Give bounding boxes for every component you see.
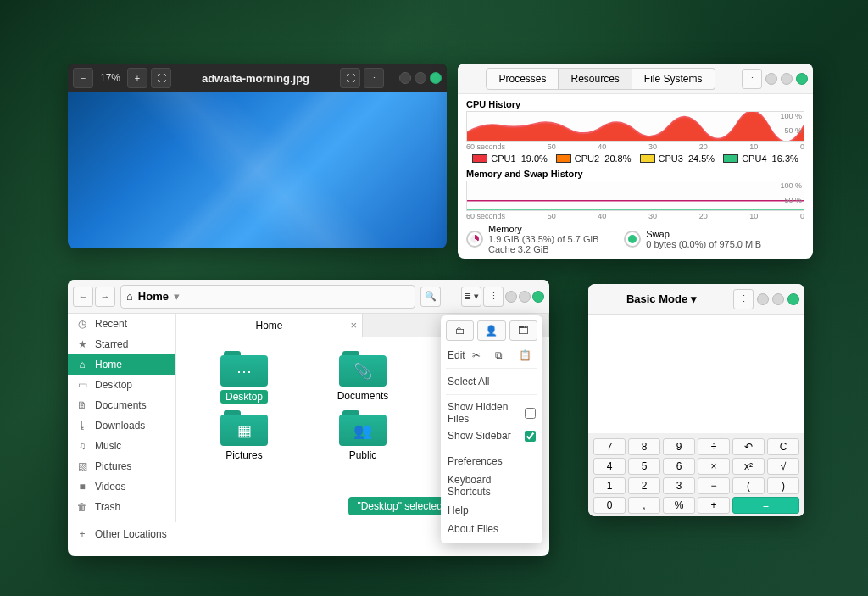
- key-3[interactable]: 3: [663, 477, 695, 494]
- key-x²[interactable]: x²: [732, 458, 765, 475]
- tab-filesystems[interactable]: File Systems: [632, 68, 715, 90]
- key-−[interactable]: −: [698, 477, 730, 494]
- key-C[interactable]: C: [767, 438, 799, 455]
- files-titlebar: ← → ⌂ Home ▾ 🔍 ≣ ▾ ⋮: [68, 280, 549, 314]
- close-button[interactable]: [532, 291, 544, 303]
- cpu-ticks: 60 seconds50403020100: [466, 142, 804, 151]
- image-viewer-window: − 17% + ⛶ adwaita-morning.jpg ⛶ ⋮: [68, 64, 447, 248]
- maximize-button[interactable]: [415, 72, 426, 84]
- menu-show-sidebar[interactable]: Show Sidebar: [446, 427, 537, 444]
- tab-resources[interactable]: Resources: [559, 68, 632, 90]
- sidebar-item-home[interactable]: ⌂Home: [68, 354, 175, 375]
- sidebar-icon: ■: [76, 481, 88, 493]
- menu-help[interactable]: Help: [446, 501, 537, 520]
- zoom-in-button[interactable]: +: [127, 68, 147, 88]
- memory-value: 1.9 GiB (33.5%) of 5.7 GiB: [488, 234, 598, 244]
- folder-pictures[interactable]: ▦Pictures: [193, 410, 295, 461]
- maximize-button[interactable]: [772, 293, 784, 305]
- key-8[interactable]: 8: [628, 438, 660, 455]
- zoom-out-button[interactable]: −: [73, 68, 93, 88]
- sidebar-item-other-locations[interactable]: +Other Locations: [68, 521, 175, 544]
- menu-button[interactable]: ⋮: [733, 289, 754, 309]
- menu-button[interactable]: ⋮: [483, 287, 504, 307]
- key-↶[interactable]: ↶: [732, 438, 765, 455]
- key-,[interactable]: ,: [628, 497, 660, 514]
- minimize-button[interactable]: [399, 72, 411, 84]
- sidebar-icon: ▭: [76, 379, 88, 391]
- key-÷[interactable]: ÷: [698, 438, 730, 455]
- sidebar-item-recent[interactable]: ◷Recent: [68, 314, 175, 334]
- maximize-button[interactable]: [781, 73, 793, 85]
- swap-label: Swap: [646, 229, 761, 239]
- close-tab-icon[interactable]: ×: [350, 319, 357, 331]
- new-folder-button[interactable]: 🗀: [446, 320, 474, 341]
- sidebar-item-desktop[interactable]: ▭Desktop: [68, 375, 175, 395]
- close-button[interactable]: [796, 73, 808, 85]
- sidebar-icon: +: [76, 528, 88, 540]
- close-button[interactable]: [787, 293, 799, 305]
- minimize-button[interactable]: [757, 293, 769, 305]
- sidebar-item-starred[interactable]: ★Starred: [68, 334, 175, 354]
- forward-button[interactable]: →: [95, 287, 115, 307]
- key-7[interactable]: 7: [593, 438, 626, 455]
- sidebar-item-trash[interactable]: 🗑Trash: [68, 497, 175, 517]
- calc-mode-button[interactable]: Basic Mode▾: [593, 292, 730, 305]
- menu-show-hidden[interactable]: Show Hidden Files: [446, 398, 537, 427]
- key-×[interactable]: ×: [698, 458, 730, 475]
- sysmon-tabs: Processes Resources File Systems: [463, 68, 738, 90]
- sidebar-item-documents[interactable]: 🗎Documents: [68, 395, 175, 415]
- sidebar-label: Other Locations: [95, 528, 167, 540]
- maximize-button[interactable]: [519, 291, 531, 303]
- key-%[interactable]: %: [663, 497, 695, 514]
- sidebar-item-downloads[interactable]: ⭳Downloads: [68, 415, 175, 436]
- menu-about[interactable]: About Files: [446, 520, 537, 538]
- menu-shortcuts[interactable]: Keyboard Shortcuts: [446, 471, 537, 501]
- cut-button[interactable]: ✂: [472, 349, 491, 361]
- folder-public[interactable]: 👥Public: [312, 410, 414, 461]
- sidebar-item-pictures[interactable]: ▧Pictures: [68, 456, 175, 476]
- key-1[interactable]: 1: [593, 477, 626, 494]
- sidebar-item-videos[interactable]: ■Videos: [68, 476, 175, 497]
- fullscreen-button[interactable]: ⛶: [340, 68, 360, 88]
- minimize-button[interactable]: [765, 73, 777, 85]
- menu-preferences[interactable]: Preferences: [446, 452, 537, 471]
- menu-select-all[interactable]: Select All: [446, 372, 537, 391]
- calc-display[interactable]: [588, 315, 804, 433]
- key-2[interactable]: 2: [628, 477, 660, 494]
- key-6[interactable]: 6: [663, 458, 695, 475]
- folder-desktop[interactable]: ⋯Desktop: [193, 351, 295, 404]
- sysmon-titlebar: Processes Resources File Systems ⋮: [458, 64, 813, 94]
- paste-button[interactable]: 📋: [519, 349, 537, 361]
- key-0[interactable]: 0: [593, 497, 626, 514]
- key-equals[interactable]: =: [732, 497, 799, 514]
- sidebar-item-music[interactable]: ♫Music: [68, 436, 175, 456]
- close-button[interactable]: [430, 72, 442, 84]
- zoom-fit-button[interactable]: ⛶: [151, 68, 171, 88]
- breadcrumb[interactable]: ⌂ Home ▾: [120, 285, 415, 309]
- files-tab[interactable]: Home×: [176, 314, 363, 337]
- chevron-down-icon: ▾: [691, 292, 697, 305]
- new-tab-button[interactable]: 🗔: [509, 320, 537, 341]
- key-√[interactable]: √: [767, 458, 799, 475]
- legend-swatch: [556, 154, 571, 163]
- menu-button[interactable]: ⋮: [364, 68, 384, 88]
- key-+[interactable]: +: [698, 497, 730, 514]
- folder-label: Documents: [337, 390, 389, 402]
- minimize-button[interactable]: [505, 291, 517, 303]
- key-9[interactable]: 9: [663, 438, 695, 455]
- key-4[interactable]: 4: [593, 458, 626, 475]
- tab-processes[interactable]: Processes: [486, 68, 559, 90]
- view-list-button[interactable]: ≣ ▾: [461, 287, 481, 307]
- search-button[interactable]: 🔍: [420, 287, 441, 307]
- key-5[interactable]: 5: [628, 458, 660, 475]
- cpu-legend-item: CPU2 20.8%: [556, 153, 632, 164]
- folder-documents[interactable]: 📎Documents: [312, 351, 414, 404]
- copy-button[interactable]: ⧉: [495, 349, 514, 361]
- calc-keypad: 789÷↶C456×x²√123−()0,%+=: [588, 433, 804, 516]
- key-([interactable]: (: [732, 477, 765, 494]
- back-button[interactable]: ←: [73, 287, 93, 307]
- add-bookmark-button[interactable]: 👤: [477, 320, 505, 341]
- key-)[interactable]: ): [767, 477, 799, 494]
- menu-button[interactable]: ⋮: [742, 69, 762, 89]
- folder-icon: 👥: [339, 410, 387, 446]
